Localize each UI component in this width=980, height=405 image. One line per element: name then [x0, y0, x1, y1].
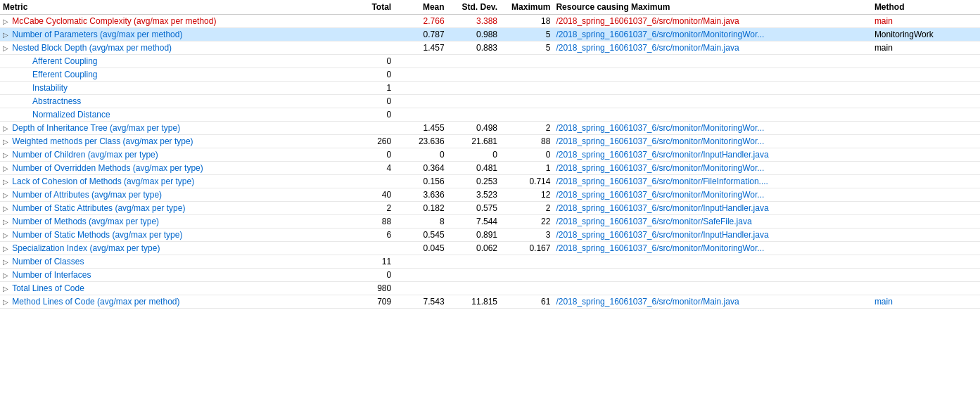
expand-icon[interactable]: ▷	[3, 18, 10, 25]
cell-metric[interactable]: ▷ Number of Children (avg/max per type)	[0, 148, 349, 162]
cell-resource[interactable]: /2018_spring_16061037_6/src/monitor/Inpu…	[553, 202, 871, 215]
cell-metric[interactable]: ▷ Method Lines of Code (avg/max per meth…	[0, 295, 349, 309]
cell-metric[interactable]: ▷ Total Lines of Code	[0, 282, 349, 295]
table-row[interactable]: ▷ McCabe Cyclomatic Complexity (avg/max …	[0, 15, 980, 28]
cell-metric[interactable]: Efferent Coupling	[0, 68, 349, 82]
cell-metric[interactable]: ▷ Number of Attributes (avg/max per type…	[0, 188, 349, 202]
cell-metric[interactable]: ▷ Number of Static Methods (avg/max per …	[0, 229, 349, 242]
cell-resource[interactable]	[553, 82, 871, 95]
cell-mean	[394, 55, 447, 68]
expand-icon[interactable]: ▷	[3, 138, 10, 146]
header-stddev[interactable]: Std. Dev.	[447, 0, 500, 15]
cell-metric[interactable]: ▷ Nested Block Depth (avg/max per method…	[0, 41, 349, 55]
expand-icon[interactable]: ▷	[3, 31, 10, 39]
cell-metric[interactable]: ▷ Number of Methods (avg/max per type)	[0, 215, 349, 229]
cell-metric[interactable]: Instability	[0, 82, 349, 95]
table-row[interactable]: ▷ Number of Methods (avg/max per type)88…	[0, 215, 980, 229]
header-total[interactable]: Total	[349, 0, 395, 15]
cell-resource[interactable]: /2018_spring_16061037_6/src/monitor/Inpu…	[553, 148, 871, 162]
cell-method	[872, 148, 980, 162]
cell-resource[interactable]: /2018_spring_16061037_6/src/monitor/File…	[553, 175, 871, 188]
table-row[interactable]: Abstractness0	[0, 95, 980, 108]
cell-resource[interactable]	[553, 55, 871, 68]
table-row[interactable]: ▷ Number of Interfaces0	[0, 269, 980, 282]
table-row[interactable]: ▷ Nested Block Depth (avg/max per method…	[0, 41, 980, 55]
cell-resource[interactable]: /2018_spring_16061037_6/src/monitor/Moni…	[553, 28, 871, 41]
table-row[interactable]: ▷ Depth of Inheritance Tree (avg/max per…	[0, 122, 980, 135]
cell-metric[interactable]: Afferent Coupling	[0, 55, 349, 68]
expand-icon[interactable]: ▷	[3, 285, 10, 292]
table-row[interactable]: Instability1	[0, 82, 980, 95]
cell-metric[interactable]: Normalized Distance	[0, 108, 349, 122]
cell-maximum	[500, 255, 553, 269]
cell-resource[interactable]	[553, 108, 871, 122]
cell-maximum: 61	[500, 295, 553, 309]
cell-metric[interactable]: ▷ Number of Classes	[0, 255, 349, 269]
cell-metric[interactable]: ▷ McCabe Cyclomatic Complexity (avg/max …	[0, 15, 349, 28]
cell-metric[interactable]: ▷ Lack of Cohesion of Methods (avg/max p…	[0, 175, 349, 188]
table-row[interactable]: ▷ Weighted methods per Class (avg/max pe…	[0, 135, 980, 148]
expand-icon[interactable]: ▷	[3, 151, 10, 159]
cell-metric[interactable]: ▷ Specialization Index (avg/max per type…	[0, 242, 349, 255]
cell-metric[interactable]: ▷ Weighted methods per Class (avg/max pe…	[0, 135, 349, 148]
cell-resource[interactable]	[553, 282, 871, 295]
cell-metric[interactable]: ▷ Number of Parameters (avg/max per meth…	[0, 28, 349, 41]
expand-icon[interactable]: ▷	[3, 218, 10, 226]
table-row[interactable]: ▷ Number of Parameters (avg/max per meth…	[0, 28, 980, 41]
cell-metric[interactable]: ▷ Number of Interfaces	[0, 269, 349, 282]
table-row[interactable]: ▷ Number of Static Methods (avg/max per …	[0, 229, 980, 242]
table-row[interactable]: ▷ Specialization Index (avg/max per type…	[0, 242, 980, 255]
header-mean[interactable]: Mean	[394, 0, 447, 15]
cell-resource[interactable]	[553, 255, 871, 269]
cell-metric[interactable]: ▷ Number of Overridden Methods (avg/max …	[0, 162, 349, 175]
table-row[interactable]: ▷ Lack of Cohesion of Methods (avg/max p…	[0, 175, 980, 188]
table-row[interactable]: Normalized Distance0	[0, 108, 980, 122]
table-row[interactable]: ▷ Number of Static Attributes (avg/max p…	[0, 202, 980, 215]
cell-resource[interactable]: /2018_spring_16061037_6/src/monitor/Main…	[553, 41, 871, 55]
expand-icon[interactable]: ▷	[3, 258, 10, 266]
cell-resource[interactable]	[553, 269, 871, 282]
table-row[interactable]: ▷ Number of Classes11	[0, 255, 980, 269]
cell-resource[interactable]: /2018_spring_16061037_6/src/monitor/Main…	[553, 15, 871, 28]
expand-icon[interactable]: ▷	[3, 191, 10, 199]
cell-resource[interactable]: /2018_spring_16061037_6/src/monitor/Inpu…	[553, 229, 871, 242]
cell-resource[interactable]: /2018_spring_16061037_6/src/monitor/Moni…	[553, 242, 871, 255]
expand-icon[interactable]: ▷	[3, 178, 10, 186]
cell-metric[interactable]: Abstractness	[0, 95, 349, 108]
cell-resource[interactable]: /2018_spring_16061037_6/src/monitor/Moni…	[553, 122, 871, 135]
cell-method	[872, 188, 980, 202]
cell-mean	[394, 95, 447, 108]
header-metric[interactable]: Metric	[0, 0, 349, 15]
cell-resource[interactable]: /2018_spring_16061037_6/src/monitor/Safe…	[553, 215, 871, 229]
cell-resource[interactable]: /2018_spring_16061037_6/src/monitor/Main…	[553, 295, 871, 309]
cell-resource[interactable]: /2018_spring_16061037_6/src/monitor/Moni…	[553, 188, 871, 202]
table-row[interactable]: ▷ Method Lines of Code (avg/max per meth…	[0, 295, 980, 309]
cell-metric[interactable]: ▷ Number of Static Attributes (avg/max p…	[0, 202, 349, 215]
cell-stddev	[447, 82, 500, 95]
expand-icon[interactable]: ▷	[3, 165, 10, 172]
header-resource[interactable]: Resource causing Maximum	[553, 0, 871, 15]
table-row[interactable]: Efferent Coupling0	[0, 68, 980, 82]
cell-resource[interactable]	[553, 95, 871, 108]
cell-resource[interactable]	[553, 68, 871, 82]
expand-icon[interactable]: ▷	[3, 298, 10, 306]
cell-metric[interactable]: ▷ Depth of Inheritance Tree (avg/max per…	[0, 122, 349, 135]
table-row[interactable]: ▷ Number of Attributes (avg/max per type…	[0, 188, 980, 202]
expand-icon[interactable]: ▷	[3, 231, 10, 239]
header-maximum[interactable]: Maximum	[500, 0, 553, 15]
expand-icon[interactable]: ▷	[3, 205, 10, 212]
header-method[interactable]: Method	[872, 0, 980, 15]
table-row[interactable]: Afferent Coupling0	[0, 55, 980, 68]
table-row[interactable]: ▷ Number of Children (avg/max per type)0…	[0, 148, 980, 162]
cell-method	[872, 68, 980, 82]
table-row[interactable]: ▷ Number of Overridden Methods (avg/max …	[0, 162, 980, 175]
expand-icon[interactable]: ▷	[3, 44, 10, 52]
expand-icon[interactable]: ▷	[3, 124, 10, 132]
table-row[interactable]: ▷ Total Lines of Code980	[0, 282, 980, 295]
expand-icon[interactable]: ▷	[3, 271, 10, 279]
cell-maximum	[500, 68, 553, 82]
cell-resource[interactable]: /2018_spring_16061037_6/src/monitor/Moni…	[553, 162, 871, 175]
cell-resource[interactable]: /2018_spring_16061037_6/src/monitor/Moni…	[553, 135, 871, 148]
cell-stddev	[447, 108, 500, 122]
expand-icon[interactable]: ▷	[3, 245, 10, 252]
